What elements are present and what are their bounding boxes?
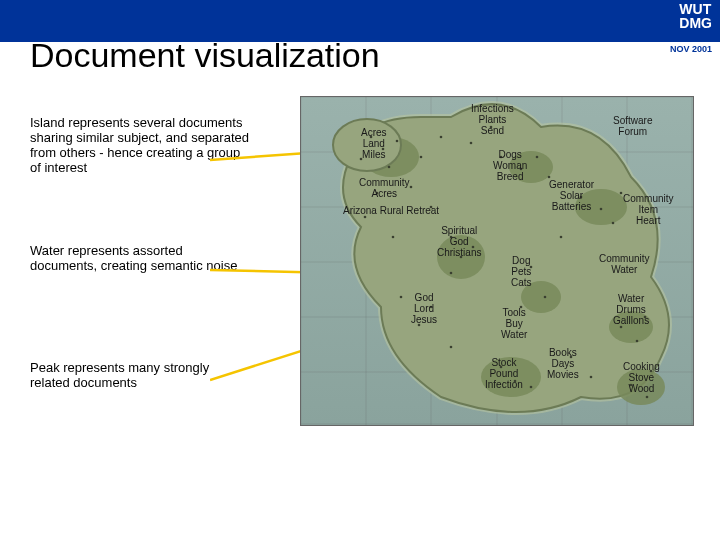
header-org-line2: DMG (679, 15, 712, 31)
svg-point-37 (612, 222, 615, 225)
svg-point-63 (364, 216, 367, 219)
svg-point-36 (600, 208, 603, 211)
map-label: Software Forum (613, 115, 652, 137)
svg-point-24 (388, 166, 391, 169)
map-label: Books Days Movies (547, 347, 579, 380)
svg-point-53 (636, 340, 639, 343)
svg-point-64 (392, 236, 395, 239)
svg-point-45 (400, 296, 403, 299)
map-label: Generator Solar Batteries (549, 179, 594, 212)
map-label: Community Water (599, 253, 650, 275)
svg-point-33 (536, 156, 539, 159)
map-label: God Lord Jesus (411, 292, 437, 325)
svg-point-23 (396, 140, 399, 143)
header-date: NOV 2001 (670, 44, 712, 54)
map-label: Cooking Stove Wood (623, 361, 660, 394)
svg-point-49 (530, 386, 533, 389)
map-label: Stock Pound Infection (485, 357, 523, 390)
map-label: Acres Land Miles (361, 127, 387, 160)
map-label: Arizona Rural Retreat (343, 205, 439, 216)
svg-point-51 (590, 376, 593, 379)
page-title: Document visualization (30, 36, 380, 75)
caption-water: Water represents assorted documents, cre… (30, 243, 250, 273)
map-label: Community Acres (359, 177, 410, 199)
svg-point-52 (620, 326, 623, 329)
svg-point-25 (410, 186, 413, 189)
svg-point-39 (560, 236, 563, 239)
map-label: Dog Pets Cats (511, 255, 532, 288)
svg-point-34 (548, 176, 551, 179)
caption-peak: Peak represents many strongly related do… (30, 360, 250, 390)
caption-island: Island represents several documents shar… (30, 115, 250, 175)
map-label: Water Drums Galllons (613, 293, 649, 326)
svg-point-61 (420, 156, 423, 159)
svg-point-60 (440, 136, 443, 139)
svg-point-38 (620, 192, 623, 195)
svg-point-59 (470, 142, 473, 145)
map-label: Tools Buy Water (501, 307, 527, 340)
svg-point-30 (450, 272, 453, 275)
map-label: Community Item Heart (623, 193, 674, 226)
map-label: Spiritual God Christians (437, 225, 481, 258)
map-visualization: Acres Land MilesCommunity AcresArizona R… (300, 96, 694, 426)
map-label: Dogs Woman Breed (493, 149, 527, 182)
svg-point-46 (450, 346, 453, 349)
svg-point-56 (646, 396, 649, 399)
svg-point-41 (544, 296, 547, 299)
header-org: WUT DMG (679, 2, 712, 30)
map-label: Infections Plants Send (471, 103, 514, 136)
